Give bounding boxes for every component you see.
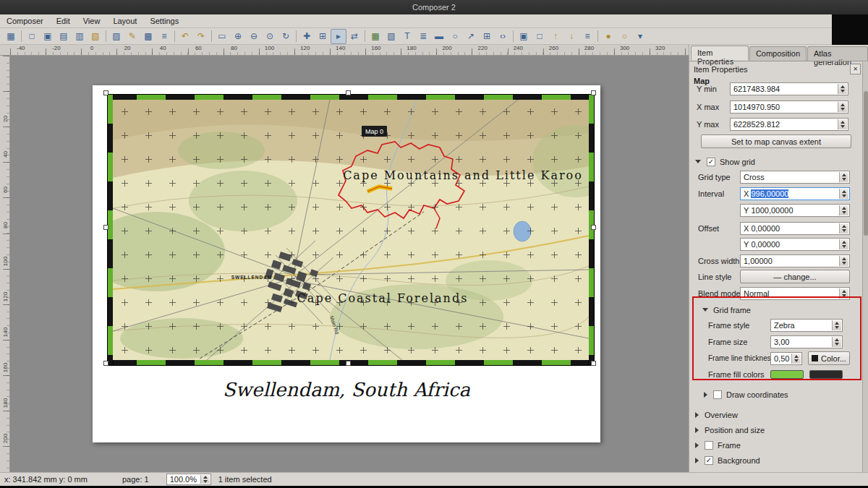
tab-atlas-generation[interactable]: Atlas generation: [807, 46, 868, 61]
show-grid-checkbox[interactable]: ✓: [707, 158, 715, 166]
lower-items-icon[interactable]: ↓: [563, 29, 579, 44]
spinner-arrows[interactable]: [838, 102, 847, 112]
add-arrow-icon[interactable]: ↗: [463, 29, 479, 44]
menu-edit[interactable]: Edit: [50, 15, 77, 27]
zoom-in-icon[interactable]: ⊕: [230, 29, 246, 44]
move-item-content-icon[interactable]: ⇄: [346, 29, 362, 44]
selection-handle[interactable]: [591, 361, 596, 366]
composer-manager-icon[interactable]: ▤: [56, 29, 72, 44]
position-size-group[interactable]: Position and size: [689, 423, 858, 437]
add-map-icon[interactable]: ▦: [367, 29, 383, 44]
frame-color-button[interactable]: Color...: [808, 351, 850, 365]
selection-handle[interactable]: [103, 361, 109, 366]
save-template-icon[interactable]: ▧: [88, 29, 103, 44]
add-html-icon[interactable]: ‹›: [495, 29, 511, 44]
collapse-triangle-icon[interactable]: [695, 412, 699, 418]
zoom-combo[interactable]: 100.0%: [166, 474, 211, 485]
zoom-out-icon[interactable]: ⊖: [246, 29, 262, 44]
collapse-triangle-icon[interactable]: [695, 160, 701, 163]
selection-handle[interactable]: [591, 225, 596, 230]
add-legend-icon[interactable]: ≣: [415, 29, 431, 44]
menu-composer[interactable]: Composer: [0, 15, 50, 27]
tab-composition[interactable]: Composition: [749, 46, 807, 61]
draw-coordinates-row[interactable]: Draw coordinates: [689, 388, 858, 401]
fill-color-green-swatch[interactable]: [770, 370, 804, 379]
options-dropdown-icon[interactable]: ▾: [632, 29, 648, 44]
panel-scrollbar[interactable]: [862, 62, 868, 472]
composer-canvas[interactable]: Cape Mountains and Little Karoo Cape Coa…: [10, 56, 689, 472]
collapse-triangle-icon[interactable]: [702, 308, 708, 312]
spinner-arrows[interactable]: [791, 354, 801, 364]
menu-layout[interactable]: Layout: [106, 15, 143, 27]
zoom-full-icon[interactable]: ▭: [214, 29, 230, 44]
spinner-arrows[interactable]: [838, 119, 847, 129]
zoom-region-tool-icon[interactable]: ⊞: [315, 29, 331, 44]
collapse-triangle-icon[interactable]: [695, 427, 699, 433]
new-composer-icon[interactable]: □: [24, 29, 40, 44]
selection-handle[interactable]: [103, 225, 109, 230]
interval-y-input[interactable]: Y 1000,00000: [740, 204, 850, 217]
add-shape-icon[interactable]: ○: [447, 29, 463, 44]
offset-y-input[interactable]: Y 0,00000: [740, 238, 850, 251]
selection-handle[interactable]: [103, 90, 109, 95]
set-extent-button[interactable]: Set to map canvas extent: [701, 134, 851, 148]
blend-mode-combo[interactable]: Normal: [740, 287, 850, 300]
align-items-icon[interactable]: ≡: [579, 29, 595, 44]
export-image-icon[interactable]: ▨: [109, 29, 124, 44]
collapse-triangle-icon[interactable]: [695, 458, 699, 463]
spinner-arrows[interactable]: [838, 84, 847, 94]
lock-items-icon[interactable]: ●: [600, 29, 616, 44]
composer-page[interactable]: Cape Mountains and Little Karoo Cape Coa…: [93, 85, 600, 442]
overview-group[interactable]: Overview: [689, 408, 858, 421]
collapse-triangle-icon[interactable]: [695, 442, 699, 448]
spinner-arrows[interactable]: [839, 239, 848, 249]
selection-handle[interactable]: [591, 90, 596, 95]
load-template-icon[interactable]: ▥: [72, 29, 88, 44]
line-style-change-button[interactable]: — change...: [740, 270, 850, 283]
add-label-icon[interactable]: T: [399, 29, 415, 44]
add-scalebar-icon[interactable]: ▬: [431, 29, 447, 44]
spinner-arrows[interactable]: [839, 256, 848, 266]
raise-items-icon[interactable]: ↑: [548, 29, 563, 44]
selection-handle[interactable]: [346, 361, 351, 366]
frame-style-combo[interactable]: Zebra: [770, 319, 843, 332]
select-move-item-icon[interactable]: ▸: [331, 29, 346, 44]
undo-icon[interactable]: ↶: [177, 29, 193, 44]
grid-type-combo[interactable]: Cross: [740, 171, 850, 184]
combo-arrows-icon[interactable]: [200, 475, 210, 484]
redo-icon[interactable]: ↷: [193, 29, 209, 44]
ymax-input[interactable]: 6228529.812: [730, 118, 848, 131]
map-item[interactable]: Cape Mountains and Little Karoo Cape Coa…: [107, 94, 595, 366]
spinner-arrows[interactable]: [839, 223, 848, 234]
combo-arrows-icon[interactable]: [839, 172, 848, 182]
cross-width-input[interactable]: 1,00000: [740, 254, 850, 267]
grid-frame-header[interactable]: Grid frame: [689, 303, 858, 317]
ungroup-items-icon[interactable]: □: [532, 29, 548, 44]
xmax-input[interactable]: 1014970.950: [730, 100, 848, 114]
ymin-input[interactable]: 6217483.984: [730, 82, 848, 95]
unlock-items-icon[interactable]: ○: [616, 29, 632, 44]
save-project-icon[interactable]: ▦: [3, 29, 19, 44]
menu-view[interactable]: View: [77, 15, 107, 27]
add-image-icon[interactable]: ▧: [383, 29, 399, 44]
offset-x-input[interactable]: X 0,00000: [740, 222, 850, 235]
collapse-triangle-icon[interactable]: [704, 392, 707, 398]
group-items-icon[interactable]: ▣: [516, 29, 532, 44]
refresh-view-icon[interactable]: ↻: [278, 29, 294, 44]
frame-group[interactable]: Frame: [689, 438, 858, 452]
combo-arrows-icon[interactable]: [832, 320, 841, 330]
interval-x-input[interactable]: X 996,00000: [740, 187, 850, 200]
spinner-arrows[interactable]: [839, 189, 848, 199]
duplicate-composer-icon[interactable]: ▣: [40, 29, 56, 44]
background-checkbox[interactable]: ✓: [705, 456, 713, 465]
spinner-arrows[interactable]: [832, 337, 841, 347]
export-svg-icon[interactable]: ✎: [124, 29, 140, 44]
selection-handle[interactable]: [346, 90, 351, 95]
background-group[interactable]: ✓ Background: [689, 453, 858, 467]
frame-checkbox[interactable]: [705, 441, 713, 450]
print-icon[interactable]: ≡: [156, 29, 172, 44]
pan-tool-icon[interactable]: ✚: [299, 29, 315, 44]
tab-item-properties[interactable]: Item Properties: [691, 46, 749, 60]
combo-arrows-icon[interactable]: [839, 288, 848, 299]
page-title[interactable]: Swellendam, South Africa: [93, 379, 600, 401]
